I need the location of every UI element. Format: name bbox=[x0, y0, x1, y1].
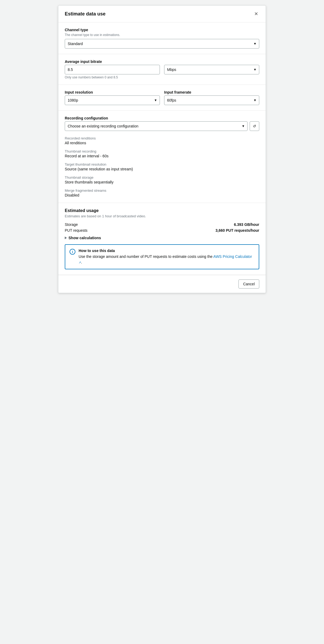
refresh-button[interactable]: ↺ bbox=[250, 121, 259, 131]
refresh-icon: ↺ bbox=[253, 124, 256, 128]
close-button[interactable]: ✕ bbox=[253, 10, 259, 18]
bitrate-hint: Only use numbers between 0 and 8.5 bbox=[65, 75, 259, 79]
info-box-title: How to use this data bbox=[79, 249, 254, 253]
info-icon: i bbox=[70, 249, 75, 255]
put-requests-value: 3,660 PUT requests/hour bbox=[216, 228, 259, 233]
modal-header: Estimate data use ✕ bbox=[58, 6, 266, 22]
thumbnail-storage-value: Store thumbnails sequentially bbox=[65, 180, 259, 184]
recording-config-row: Choose an existing recording configurati… bbox=[65, 121, 259, 131]
channel-type-label: Channel type bbox=[65, 28, 259, 32]
thumbnail-recording-value: Record at an interval - 60s bbox=[65, 154, 259, 158]
input-framerate-select[interactable]: 60fps 30fps 24fps bbox=[164, 95, 259, 105]
target-thumbnail-resolution-row: Target thumbnail resolution Source (same… bbox=[65, 162, 259, 171]
bitrate-unit-select-wrapper: Mbps Kbps ▼ bbox=[164, 65, 259, 74]
recording-config-label: Recording configuration bbox=[65, 116, 259, 120]
show-calculations-label: Show calculations bbox=[68, 236, 101, 240]
recorded-renditions-value: All renditions bbox=[65, 141, 259, 145]
bitrate-row: Mbps Kbps ▼ bbox=[65, 65, 259, 74]
put-requests-label: PUT requests bbox=[65, 228, 87, 233]
merge-fragmented-streams-row: Merge fragmented streams Disabled bbox=[65, 189, 259, 197]
recording-config-select-wrapper: Choose an existing recording configurati… bbox=[65, 121, 248, 131]
info-box-text-after: . bbox=[81, 260, 82, 264]
storage-label: Storage bbox=[65, 222, 78, 227]
recorded-renditions-label: Recorded renditions bbox=[65, 136, 259, 140]
recorded-renditions-row: Recorded renditions All renditions bbox=[65, 136, 259, 145]
channel-type-section: Channel type The channel type to use in … bbox=[58, 22, 266, 54]
resolution-framerate-section: Input resolution 1080p 720p 480p 360p 16… bbox=[58, 85, 266, 111]
close-icon: ✕ bbox=[254, 11, 258, 17]
estimated-usage-title: Estimated usage bbox=[65, 208, 259, 213]
aws-pricing-calculator-label: AWS Pricing Calculator bbox=[213, 254, 252, 259]
estimated-usage-subtitle: Estimates are based on 1 hour of broadca… bbox=[65, 214, 259, 218]
thumbnail-recording-row: Thumbnail recording Record at an interva… bbox=[65, 149, 259, 158]
modal-title: Estimate data use bbox=[65, 11, 106, 17]
cancel-label: Cancel bbox=[243, 282, 255, 286]
target-thumbnail-resolution-value: Source (same resolution as input stream) bbox=[65, 167, 259, 171]
merge-fragmented-streams-label: Merge fragmented streams bbox=[65, 189, 259, 193]
modal-footer: Cancel bbox=[58, 275, 266, 293]
target-thumbnail-resolution-label: Target thumbnail resolution bbox=[65, 162, 259, 166]
input-framerate-select-wrapper: 60fps 30fps 24fps ▼ bbox=[164, 95, 259, 105]
channel-type-select[interactable]: Standard Basic Advanced HD Advanced SD bbox=[65, 39, 259, 49]
input-resolution-select[interactable]: 1080p 720p 480p 360p 160p bbox=[65, 95, 160, 105]
bitrate-unit-select[interactable]: Mbps Kbps bbox=[164, 65, 259, 74]
cancel-button[interactable]: Cancel bbox=[238, 279, 259, 289]
input-resolution-label: Input resolution bbox=[65, 90, 160, 94]
bitrate-input[interactable] bbox=[65, 65, 160, 74]
input-resolution-select-wrapper: 1080p 720p 480p 360p 160p ▼ bbox=[65, 95, 160, 105]
thumbnail-storage-row: Thumbnail storage Store thumbnails seque… bbox=[65, 175, 259, 184]
input-resolution-wrapper: Input resolution 1080p 720p 480p 360p 16… bbox=[65, 90, 160, 105]
external-link-icon: ↗ bbox=[79, 261, 81, 264]
channel-type-select-wrapper: Standard Basic Advanced HD Advanced SD ▼ bbox=[65, 39, 259, 49]
show-calculations-toggle[interactable]: Show calculations bbox=[65, 236, 259, 240]
merge-fragmented-streams-value: Disabled bbox=[65, 193, 259, 197]
show-calculations-triangle-icon bbox=[65, 237, 67, 239]
recording-config-section: Recording configuration Choose an existi… bbox=[58, 111, 266, 203]
recording-config-select[interactable]: Choose an existing recording configurati… bbox=[65, 121, 248, 131]
thumbnail-storage-label: Thumbnail storage bbox=[65, 175, 259, 179]
input-framerate-wrapper: Input framerate 60fps 30fps 24fps ▼ bbox=[164, 90, 259, 105]
estimate-data-use-modal: Estimate data use ✕ Channel type The cha… bbox=[58, 5, 266, 293]
bitrate-input-wrapper bbox=[65, 65, 160, 74]
put-requests-row: PUT requests 3,660 PUT requests/hour bbox=[65, 228, 259, 233]
info-box: i How to use this data Use the storage a… bbox=[65, 244, 259, 269]
channel-type-description: The channel type to use in estimations. bbox=[65, 33, 259, 37]
recording-info-wrapper: Recorded renditions All renditions Thumb… bbox=[65, 136, 259, 197]
bitrate-section: Average input bitrate Mbps Kbps ▼ Only u… bbox=[58, 54, 266, 85]
estimated-usage-section: Estimated usage Estimates are based on 1… bbox=[58, 203, 266, 275]
info-box-content: How to use this data Use the storage amo… bbox=[79, 249, 254, 265]
input-framerate-label: Input framerate bbox=[164, 90, 259, 94]
info-box-text: Use the storage amount and number of PUT… bbox=[79, 254, 254, 265]
storage-value: 6.393 GB/hour bbox=[234, 222, 259, 227]
storage-row: Storage 6.393 GB/hour bbox=[65, 222, 259, 227]
thumbnail-recording-label: Thumbnail recording bbox=[65, 149, 259, 153]
resolution-framerate-row: Input resolution 1080p 720p 480p 360p 16… bbox=[65, 90, 259, 105]
info-box-text-before: Use the storage amount and number of PUT… bbox=[79, 254, 213, 259]
bitrate-label: Average input bitrate bbox=[65, 59, 259, 64]
